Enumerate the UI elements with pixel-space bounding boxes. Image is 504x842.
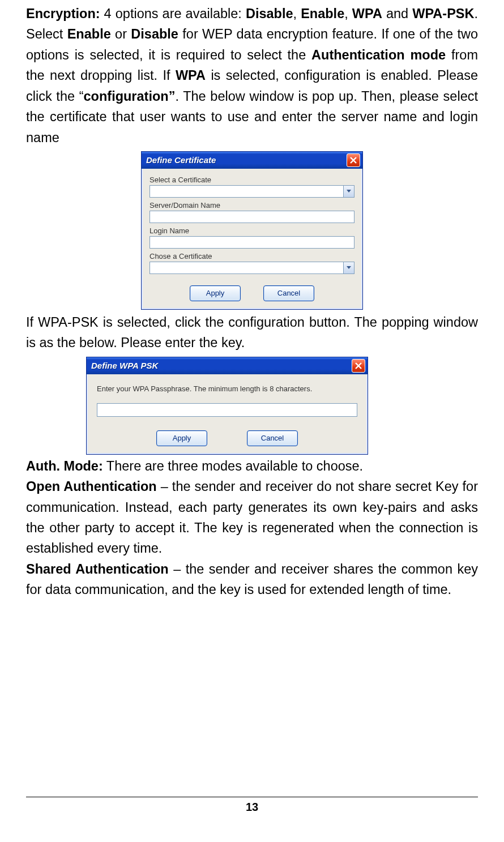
server-domain-input[interactable]	[150, 211, 354, 223]
apply-button[interactable]: Apply	[190, 285, 241, 301]
text-bold: Enable	[301, 6, 344, 21]
paragraph-shared-auth: Shared Authentication – the sender and r…	[26, 559, 478, 600]
text: ,	[344, 6, 352, 21]
cancel-button[interactable]: Cancel	[247, 430, 298, 446]
text-bold: WPA	[352, 6, 382, 21]
text-bold: Encryption:	[26, 6, 100, 21]
text-bold: Disable	[131, 27, 178, 41]
text-bold: Enable	[67, 27, 111, 41]
page-footer: 13	[26, 797, 478, 814]
passphrase-input[interactable]	[97, 403, 357, 417]
text-bold: Shared Authentication	[26, 562, 169, 576]
page-number: 13	[26, 801, 478, 814]
combo-button[interactable]	[343, 185, 354, 198]
dialog-body: Enter your WPA Passphrase. The minimum l…	[87, 374, 368, 454]
dialog-body: Select a Certificate Server/Domain Name …	[142, 169, 362, 309]
paragraph-encryption: Encryption: 4 options are available: Dis…	[26, 3, 478, 148]
text: ,	[293, 6, 301, 21]
chevron-down-icon	[347, 190, 351, 193]
define-wpa-psk-dialog: Define WPA PSK Enter your WPA Passphrase…	[86, 357, 368, 455]
paragraph-auth-mode: Auth. Mode: There are three modes availa…	[26, 456, 478, 476]
passphrase-hint: Enter your WPA Passphrase. The minimum l…	[97, 384, 357, 393]
dialog-title: Define Certificate	[146, 155, 216, 165]
dialog-titlebar[interactable]: Define WPA PSK	[87, 357, 368, 374]
text: 4 options are available:	[100, 6, 246, 21]
close-button[interactable]	[352, 359, 365, 373]
text: There are three modes available to choos…	[103, 459, 363, 473]
label-chose-certificate: Chose a Certificate	[150, 252, 354, 260]
combo-button[interactable]	[343, 262, 354, 274]
text-bold: Open Authentication	[26, 479, 157, 494]
cancel-button[interactable]: Cancel	[263, 285, 314, 301]
text-bold: Auth. Mode:	[26, 459, 103, 473]
text-bold: Authentication mode	[311, 48, 446, 62]
select-certificate-combo[interactable]	[150, 185, 354, 198]
login-name-input[interactable]	[150, 236, 354, 249]
dialog-titlebar[interactable]: Define Certificate	[142, 152, 362, 169]
label-login-name: Login Name	[150, 226, 354, 235]
footer-rule	[26, 797, 478, 797]
text-bold: WPA-PSK	[412, 6, 474, 21]
close-button[interactable]	[347, 153, 360, 167]
close-icon	[350, 157, 357, 164]
document-page: Encryption: 4 options are available: Dis…	[0, 0, 504, 842]
paragraph-wpa-psk: If WPA-PSK is selected, click the config…	[26, 312, 478, 353]
chevron-down-icon	[347, 266, 351, 269]
label-server-domain: Server/Domain Name	[150, 201, 354, 210]
apply-button[interactable]: Apply	[156, 430, 207, 446]
text: or	[111, 27, 131, 41]
label-select-certificate: Select a Certificate	[150, 176, 354, 184]
combo-input[interactable]	[150, 262, 343, 274]
dialog-button-row: Apply Cancel	[150, 285, 354, 301]
text: and	[382, 6, 412, 21]
text-bold: configuration”	[84, 89, 176, 104]
dialog-title: Define WPA PSK	[91, 361, 158, 370]
text-bold: Disable	[246, 6, 293, 21]
chose-certificate-combo[interactable]	[150, 262, 354, 274]
define-certificate-dialog: Define Certificate Select a Certificate …	[141, 151, 363, 310]
close-icon	[355, 362, 362, 369]
text-bold: WPA	[176, 68, 206, 83]
paragraph-open-auth: Open Authentication – the sender and rec…	[26, 476, 478, 559]
dialog-button-row: Apply Cancel	[97, 430, 357, 446]
combo-input[interactable]	[150, 185, 343, 198]
